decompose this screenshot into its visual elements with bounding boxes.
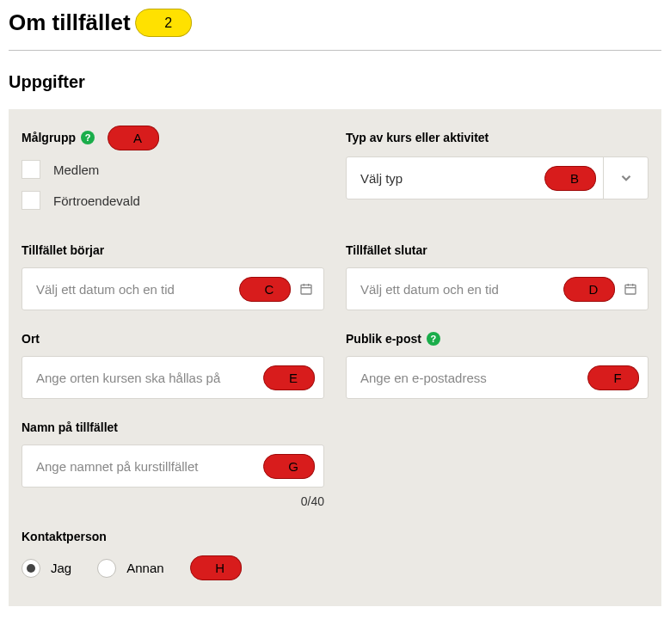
radio-jag[interactable] (22, 559, 40, 578)
help-icon[interactable]: ? (427, 332, 440, 346)
borjar-group: Tillfället börjar C (22, 243, 324, 310)
epost-group: Publik e-post ? F (346, 332, 648, 399)
page-title: Om tillfället (9, 9, 131, 36)
marker-a: A (108, 126, 159, 150)
chevron-down-icon (603, 157, 648, 199)
checkbox-fortroendevald-label: Förtroendevald (53, 193, 140, 208)
namn-label: Namn på tillfället (22, 420, 324, 434)
radio-annan-label: Annan (126, 561, 163, 575)
checkbox-medlem[interactable] (22, 160, 40, 179)
radio-annan[interactable] (97, 559, 116, 578)
svg-rect-0 (301, 285, 311, 294)
ort-label: Ort (22, 332, 324, 346)
ort-group: Ort E (22, 332, 324, 399)
namn-char-count: 0/40 (22, 494, 324, 508)
malgrupp-label: Målgrupp ? A (22, 131, 324, 144)
calendar-icon[interactable] (298, 282, 323, 296)
slutar-group: Tillfället slutar D (346, 243, 648, 310)
namn-group: Namn på tillfället G 0/40 (22, 420, 324, 508)
epost-input[interactable] (347, 357, 648, 398)
epost-label: Publik e-post ? (346, 332, 648, 346)
slutar-label: Tillfället slutar (346, 243, 648, 257)
checkbox-fortroendevald[interactable] (22, 191, 40, 210)
kontakt-group: Kontaktperson Jag Annan H (22, 530, 648, 580)
typ-selected-value: Välj typ (347, 171, 603, 186)
ort-input[interactable] (22, 357, 323, 398)
malgrupp-label-text: Målgrupp (22, 131, 76, 144)
slutar-input[interactable] (347, 268, 622, 310)
checkbox-fortroendevald-row: Förtroendevald (22, 191, 324, 210)
kontakt-label: Kontaktperson (22, 530, 648, 543)
step-marker: 2 (135, 9, 192, 37)
typ-select[interactable]: Välj typ B (346, 156, 648, 199)
namn-input[interactable] (22, 445, 323, 487)
header-divider (9, 50, 661, 51)
svg-rect-10 (625, 285, 636, 294)
marker-h: H (190, 555, 242, 580)
calendar-icon[interactable] (622, 282, 648, 296)
borjar-label: Tillfället börjar (22, 243, 324, 257)
typ-label: Typ av kurs eller aktivitet (346, 131, 648, 144)
malgrupp-group: Målgrupp ? A Medlem Förtroendevald (22, 131, 324, 222)
checkbox-medlem-row: Medlem (22, 160, 324, 179)
typ-group: Typ av kurs eller aktivitet Välj typ B (346, 131, 648, 222)
epost-label-text: Publik e-post (346, 332, 421, 346)
section-title: Uppgifter (0, 72, 670, 109)
borjar-input[interactable] (22, 268, 298, 310)
checkbox-medlem-label: Medlem (53, 163, 99, 177)
help-icon[interactable]: ? (81, 131, 95, 144)
radio-jag-label: Jag (51, 561, 71, 575)
page-header: Om tillfället 2 (0, 0, 670, 50)
form-panel: Målgrupp ? A Medlem Förtroendevald Typ a… (9, 109, 661, 606)
